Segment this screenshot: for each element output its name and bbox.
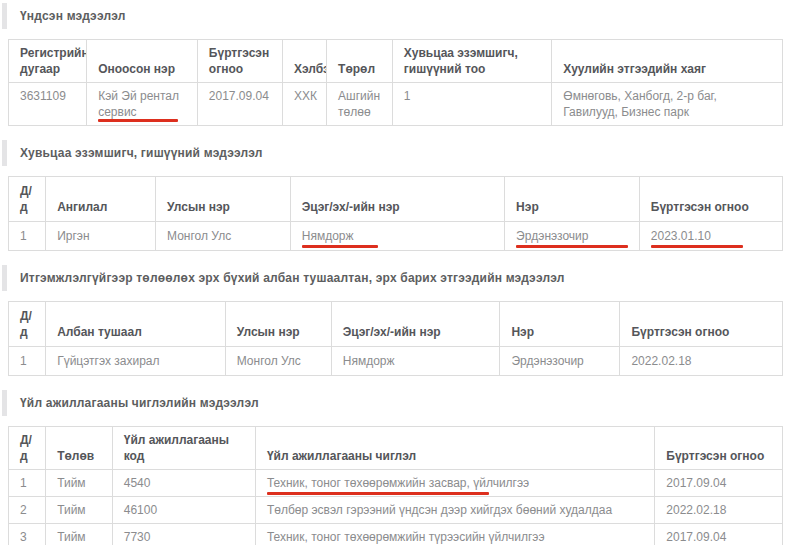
red-underline-annotation: [516, 245, 628, 248]
patronymic-cell: Нямдорж: [290, 222, 504, 251]
country-cell: Монгол Улс: [156, 222, 291, 251]
section-officials: Итгэмжлэлгүйгээр төлөөлөх эрх бүхий алба…: [0, 265, 790, 376]
section-officials-title: Итгэмжлэлгүйгээр төлөөлөх эрх бүхий алба…: [0, 265, 790, 291]
registered-date-cell: 2022.02.18: [620, 347, 783, 376]
table-row: 2 Тийм 46100 Төлбөр эсвэл гэрээний үндсэ…: [9, 497, 783, 524]
column-header-index: Д/д: [9, 177, 46, 222]
column-header-name: Нэр: [500, 302, 620, 347]
section-accent-bar: [2, 3, 7, 29]
column-header-shareholder-count: Хувьцаа эзэмшигч, гишүүний тоо: [392, 40, 551, 83]
shareholder-count-cell: 1: [392, 83, 551, 126]
activities-table: Д/д Төлөв Үйл ажиллагааны код Үйл ажилла…: [8, 426, 783, 545]
registry-number-cell: 3631109: [9, 83, 87, 126]
section-main-info: Үндсэн мэдээлэл Регистрийн дугаар Оноосо…: [0, 3, 790, 126]
table-header-row: Д/д Төлөв Үйл ажиллагааны код Үйл ажилла…: [9, 427, 783, 470]
column-header-category: Ангилал: [46, 177, 156, 222]
column-header-activity-direction: Үйл ажиллагааны чиглэл: [255, 427, 654, 470]
index-cell: 1: [9, 222, 46, 251]
column-header-name: Нэр: [505, 177, 640, 222]
section-activities: Үйл ажиллагааны чиглэлийн мэдээлэл Д/д Т…: [0, 390, 790, 545]
category-cell: Иргэн: [46, 222, 156, 251]
activity-code-cell: 7730: [112, 524, 255, 545]
column-header-type: Төрөл: [327, 40, 393, 83]
red-underline-annotation: [267, 492, 489, 495]
column-header-country: Улсын нэр: [225, 302, 331, 347]
section-title-text: Үндсэн мэдээлэл: [20, 9, 126, 23]
column-header-registered-date: Бүртгэсэн огноо: [639, 177, 782, 222]
country-cell: Монгол Улс: [225, 347, 331, 376]
activity-code-cell: 46100: [112, 497, 255, 524]
table-header-row: Д/д Ангилал Улсын нэр Эцэг/эх/-ийн нэр Н…: [9, 177, 783, 222]
registered-date-cell: 2017.09.04: [197, 83, 282, 126]
column-header-index: Д/д: [9, 427, 46, 470]
column-header-position: Албан тушаал: [46, 302, 226, 347]
column-header-company-name: Оноосон нэр: [87, 40, 198, 83]
table-row: 3 Тийм 7730 Техник, тоног төхөөрөмжийн т…: [9, 524, 783, 545]
section-shareholders-title: Хувьцаа эзэмшигч, гишүүний мэдээлэл: [0, 140, 790, 166]
type-cell: Ашгийн төлөө: [327, 83, 393, 126]
section-accent-bar: [2, 265, 7, 291]
red-underline-annotation: [302, 245, 378, 248]
column-header-registered-date: Бүртгэсэн огноо: [620, 302, 783, 347]
red-underline-annotation: [651, 245, 743, 248]
column-header-activity-code: Үйл ажиллагааны код: [112, 427, 255, 470]
section-title-text: Хувьцаа эзэмшигч, гишүүний мэдээлэл: [20, 146, 263, 160]
section-shareholders: Хувьцаа эзэмшигч, гишүүний мэдээлэл Д/д …: [0, 140, 790, 251]
section-accent-bar: [2, 140, 7, 166]
officials-table: Д/д Албан тушаал Улсын нэр Эцэг/эх/-ийн …: [8, 301, 783, 376]
table-row: 1 Тийм 4540 Техник, тоног төхөөрөмжийн з…: [9, 470, 783, 497]
red-underline-annotation: [98, 119, 178, 122]
registry-info-page: Үндсэн мэдээлэл Регистрийн дугаар Оноосо…: [0, 0, 790, 545]
section-activities-title: Үйл ажиллагааны чиглэлийн мэдээлэл: [0, 390, 790, 416]
index-cell: 3: [9, 524, 46, 545]
registered-date-cell: 2017.09.04: [655, 524, 783, 545]
section-main-info-title: Үндсэн мэдээлэл: [0, 3, 790, 29]
registered-date-cell: 2017.09.04: [655, 470, 783, 497]
column-header-index: Д/д: [9, 302, 46, 347]
column-header-legal-address: Хуулийн этгээдийн хаяг: [552, 40, 783, 83]
column-header-country: Улсын нэр: [156, 177, 291, 222]
column-header-registry-number: Регистрийн дугаар: [9, 40, 87, 83]
patronymic-cell: Нямдорж: [331, 347, 500, 376]
main-info-table: Регистрийн дугаар Оноосон нэр Бүртгэсэн …: [8, 39, 783, 126]
column-header-patronymic: Эцэг/эх/-ийн нэр: [290, 177, 504, 222]
table-row: 1 Иргэн Монгол Улс Нямдорж Эрдэнэзочир 2…: [9, 222, 783, 251]
section-accent-bar: [2, 390, 7, 416]
activity-direction-cell: Техник, тоног төхөөрөмжийн түрээсийн үйл…: [255, 524, 654, 545]
index-cell: 2: [9, 497, 46, 524]
column-header-status: Төлөв: [46, 427, 113, 470]
form-cell: ХХК: [282, 83, 326, 126]
table-row: 3631109 Кэй Эй рентал сервис 2017.09.04 …: [9, 83, 783, 126]
company-name-cell: Кэй Эй рентал сервис: [87, 83, 198, 126]
activity-direction-cell: Техник, тоног төхөөрөмжийн засвар, үйлчи…: [255, 470, 654, 497]
name-cell: Эрдэнэзочир: [500, 347, 620, 376]
column-header-patronymic: Эцэг/эх/-ийн нэр: [331, 302, 500, 347]
status-cell: Тийм: [46, 470, 113, 497]
index-cell: 1: [9, 470, 46, 497]
section-title-text: Үйл ажиллагааны чиглэлийн мэдээлэл: [20, 396, 259, 410]
table-header-row: Регистрийн дугаар Оноосон нэр Бүртгэсэн …: [9, 40, 783, 83]
section-title-text: Итгэмжлэлгүйгээр төлөөлөх эрх бүхий алба…: [20, 271, 565, 285]
activity-direction-cell: Төлбөр эсвэл гэрээний үндсэн дээр хийгдэ…: [255, 497, 654, 524]
activity-code-cell: 4540: [112, 470, 255, 497]
column-header-registered-date: Бүртгэсэн огноо: [655, 427, 783, 470]
status-cell: Тийм: [46, 497, 113, 524]
column-header-registered-date: Бүртгэсэн огноо: [197, 40, 282, 83]
position-cell: Гүйцэтгэх захирал: [46, 347, 226, 376]
registered-date-cell: 2023.01.10: [639, 222, 782, 251]
table-header-row: Д/д Албан тушаал Улсын нэр Эцэг/эх/-ийн …: [9, 302, 783, 347]
table-row: 1 Гүйцэтгэх захирал Монгол Улс Нямдорж Э…: [9, 347, 783, 376]
status-cell: Тийм: [46, 524, 113, 545]
shareholders-table: Д/д Ангилал Улсын нэр Эцэг/эх/-ийн нэр Н…: [8, 176, 783, 251]
legal-address-cell: Өмнөговь, Ханбогд, 2-р баг, Гавилууд, Би…: [552, 83, 783, 126]
name-cell: Эрдэнэзочир: [505, 222, 640, 251]
column-header-form: Хэлбэр: [282, 40, 326, 83]
index-cell: 1: [9, 347, 46, 376]
registered-date-cell: 2022.02.18: [655, 497, 783, 524]
